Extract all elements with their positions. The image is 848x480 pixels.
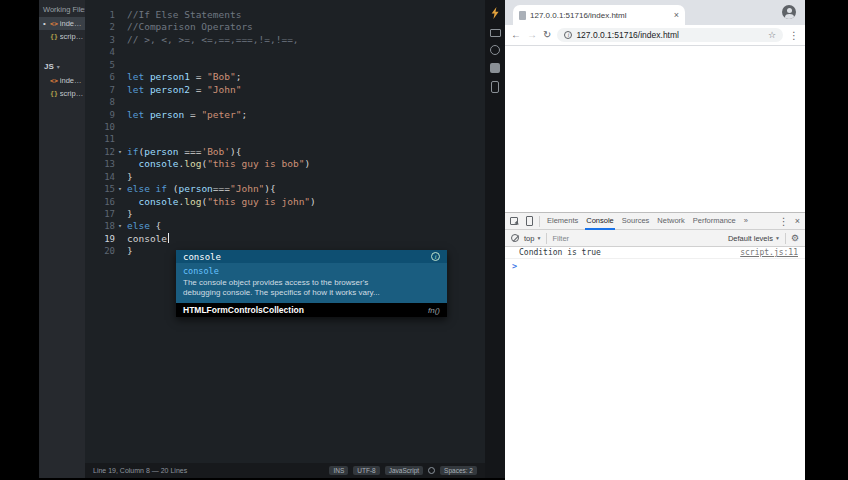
line-number: 13 <box>85 158 125 170</box>
file-label: index.html <box>60 76 85 85</box>
device-toolbar-icon[interactable] <box>526 216 533 226</box>
line-number-text: 15 <box>104 183 115 195</box>
doc-title: console <box>183 266 437 276</box>
devtools-menu-icon[interactable]: ⋮ <box>779 216 789 227</box>
function-suffix: fn() <box>428 306 440 315</box>
console-filter-input[interactable] <box>552 234 622 243</box>
code-line-15[interactable]: else if (person==="John"){ <box>127 183 485 195</box>
statusbar-badge-utf8[interactable]: UTF-8 <box>353 466 379 475</box>
code-token: = <box>184 109 201 120</box>
browser-tab[interactable]: 127.0.0.1:51716/index.html × <box>513 5 685 25</box>
devtools-tab-console[interactable]: Console <box>585 213 615 230</box>
tab-close-icon[interactable]: × <box>674 10 679 20</box>
devtools-tab-sources[interactable]: Sources <box>621 213 651 230</box>
code-line-11[interactable] <box>127 133 485 145</box>
project-file-item[interactable]: {}script.js <box>39 87 85 100</box>
prompt-chevron: > <box>512 261 517 271</box>
page-content <box>505 46 805 212</box>
line-number-text: 19 <box>104 233 115 245</box>
line-number-text: 4 <box>110 46 115 58</box>
line-number: 1 <box>85 9 125 21</box>
code-line-6[interactable]: let person1 = "Bob"; <box>127 71 485 83</box>
project-header[interactable]: JS ▾ <box>39 59 85 74</box>
line-number: 8 <box>85 96 125 108</box>
autocomplete-selected-item[interactable]: console i <box>176 250 447 263</box>
doc-text-line-2: debugging console. The specifics of how … <box>183 288 437 298</box>
code-line-10[interactable] <box>127 121 485 133</box>
code-line-18[interactable]: else { <box>127 220 485 232</box>
code-token: ; <box>236 71 242 82</box>
code-editor[interactable]: 123456789101112▾131415▾161718▾1920 //If … <box>85 0 485 463</box>
code-line-5[interactable] <box>127 59 485 71</box>
code-line-2[interactable]: //Comparison Operators <box>127 21 485 33</box>
editor-statusbar: Line 19, Column 8 — 20 Lines INSUTF-8Jav… <box>85 463 485 478</box>
gutter: 123456789101112▾131415▾161718▾1920 <box>85 9 125 463</box>
spaces-indicator[interactable]: Spaces: 2 <box>440 466 477 475</box>
working-file-item[interactable]: •<>index.html <box>39 17 85 30</box>
code-token: 'Bob' <box>201 146 230 157</box>
fold-arrow-icon[interactable]: ▾ <box>115 146 125 158</box>
code-line-17[interactable]: } <box>127 208 485 220</box>
line-number: 17 <box>85 208 125 220</box>
statusbar-badge-ins[interactable]: INS <box>329 466 348 475</box>
line-number-text: 16 <box>104 196 115 208</box>
code-token: "John" <box>230 183 264 194</box>
extension-icon-4[interactable] <box>491 81 499 93</box>
extension-icon-1[interactable] <box>490 29 501 37</box>
devtools-tab-performance[interactable]: Performance <box>692 213 737 230</box>
code-line-8[interactable] <box>127 96 485 108</box>
cursor-position-status[interactable]: Line 19, Column 8 — 20 Lines <box>93 467 187 474</box>
project-file-item[interactable]: <>index.html <box>39 74 85 87</box>
code-line-19[interactable]: console <box>127 233 485 245</box>
forward-button[interactable]: → <box>527 30 537 40</box>
url-text: 127.0.0.1:51716/index.html <box>576 30 764 40</box>
code-line-4[interactable] <box>127 46 485 58</box>
code-line-1[interactable]: //If Else Statements <box>127 9 485 21</box>
autocomplete-item[interactable]: HTMLFormControlsCollection fn() <box>176 303 447 317</box>
back-button[interactable]: ← <box>511 30 521 40</box>
devtools-tab-more[interactable]: » <box>743 213 749 230</box>
problems-indicator-icon[interactable] <box>428 467 435 474</box>
working-file-item[interactable]: {}script.js <box>39 30 85 43</box>
code-line-9[interactable]: let person = "peter"; <box>127 109 485 121</box>
fold-arrow-icon[interactable]: ▾ <box>115 220 125 232</box>
line-number: 12▾ <box>85 146 125 158</box>
live-preview-icon[interactable] <box>489 7 501 19</box>
line-number-text: 13 <box>104 158 115 170</box>
devtools-close-icon[interactable]: × <box>795 216 800 226</box>
line-number-text: 11 <box>104 133 115 145</box>
console-source-link[interactable]: script.js:11 <box>740 248 798 257</box>
extension-icon-3[interactable] <box>490 63 500 73</box>
info-icon[interactable]: i <box>431 252 440 261</box>
address-bar[interactable]: i 127.0.0.1:51716/index.html ☆ <box>557 28 783 42</box>
code-token: "peter" <box>201 109 241 120</box>
extension-icon-2[interactable] <box>490 45 500 55</box>
profile-avatar-icon[interactable] <box>782 5 796 19</box>
code-token: person <box>150 109 184 120</box>
devtools-tab-network[interactable]: Network <box>656 213 686 230</box>
reload-button[interactable]: ↻ <box>543 30 551 40</box>
site-info-icon[interactable]: i <box>564 31 572 39</box>
bookmark-star-icon[interactable]: ☆ <box>768 30 776 40</box>
console-settings-gear-icon[interactable]: ⚙ <box>791 233 799 243</box>
code-line-12[interactable]: if(person ==='Bob'){ <box>127 146 485 158</box>
code-line-13[interactable]: console.log("this guy is bob") <box>127 158 485 170</box>
devtools-tab-elements[interactable]: Elements <box>546 213 579 230</box>
statusbar-badge-javascript[interactable]: JavaScript <box>385 466 423 475</box>
code-token: } <box>127 245 133 256</box>
line-number-text: 10 <box>104 121 115 133</box>
console-prompt[interactable]: > <box>505 259 805 273</box>
browser-menu-icon[interactable]: ⋮ <box>789 30 799 41</box>
code-line-14[interactable]: } <box>127 171 485 183</box>
code-line-3[interactable]: // >, <, >=, <=,==,===,!=,!==, <box>127 34 485 46</box>
code-line-7[interactable]: let person2 = "John" <box>127 84 485 96</box>
log-levels-selector[interactable]: Default levels ▼ <box>728 234 780 243</box>
html-file-icon: <> <box>50 20 58 28</box>
context-selector[interactable]: top ▼ <box>524 234 541 243</box>
inspect-element-icon[interactable] <box>510 217 518 225</box>
code-token: person1 <box>150 71 190 82</box>
code-line-16[interactable]: console.log("this guy is john") <box>127 196 485 208</box>
fold-arrow-icon[interactable]: ▾ <box>115 183 125 195</box>
working-files-list: •<>index.html{}script.js <box>39 17 85 43</box>
clear-console-icon[interactable] <box>511 234 519 242</box>
